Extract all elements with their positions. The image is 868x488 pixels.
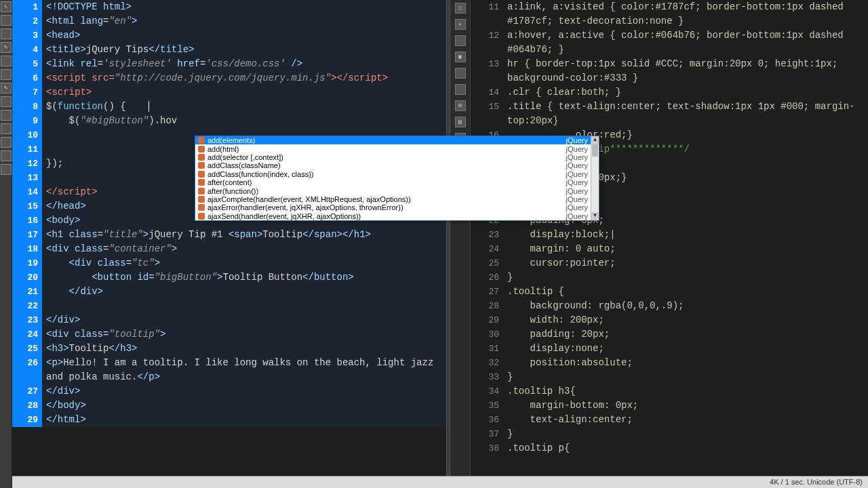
line-text[interactable]: margin: 0 auto; bbox=[503, 242, 868, 256]
line-text[interactable]: padding: 20px; bbox=[503, 327, 868, 342]
code-line[interactable]: 9 $("#bigButton").hov bbox=[12, 114, 446, 128]
code-line[interactable]: 21 </div> bbox=[12, 285, 446, 299]
line-text[interactable]: } bbox=[503, 370, 868, 384]
autocomplete-item[interactable]: add(html)jQuery bbox=[195, 144, 599, 152]
line-text[interactable]: <html lang="en"> bbox=[42, 14, 446, 28]
code-line[interactable]: 19 <div class="tc"> bbox=[12, 256, 446, 270]
line-text[interactable]: </div> bbox=[42, 285, 446, 299]
code-line[interactable]: 8$(function() { bbox=[12, 100, 446, 114]
line-text[interactable]: </body> bbox=[42, 399, 446, 413]
line-text[interactable]: hr { border-top:1px solid #CCC; margin:2… bbox=[503, 57, 868, 85]
code-line[interactable]: 18<div class="container"> bbox=[12, 242, 446, 256]
autocomplete-item[interactable]: ajaxSend(handler(event, jqXHR, ajaxOptio… bbox=[195, 212, 599, 220]
code-line[interactable]: 34.tooltip h3{ bbox=[471, 384, 868, 399]
line-text[interactable]: a:hover, a:active { color:#064b76; borde… bbox=[503, 28, 868, 57]
code-line[interactable]: 29</html> bbox=[12, 413, 446, 427]
right-code-area[interactable]: 11a:link, a:visited { color:#1787cf; bor… bbox=[471, 0, 868, 488]
tool-button[interactable]: ▣ bbox=[455, 52, 466, 62]
line-text[interactable]: } bbox=[503, 270, 868, 285]
autocomplete-item[interactable]: ajaxError(handler(event, jqXHR, ajaxOpti… bbox=[195, 203, 599, 211]
autocomplete-item[interactable]: after(function())jQuery bbox=[195, 186, 599, 195]
line-text[interactable]: .tooltip { bbox=[503, 285, 868, 299]
tool-button[interactable] bbox=[1, 164, 12, 175]
line-text[interactable]: </html> bbox=[42, 413, 446, 427]
autocomplete-item[interactable]: addClass(function(index, class))jQuery bbox=[195, 170, 599, 178]
right-editor-pane[interactable]: 11a:link, a:visited { color:#1787cf; bor… bbox=[471, 0, 868, 488]
line-text[interactable]: margin-bottom: 0px; bbox=[503, 399, 868, 413]
tool-button[interactable] bbox=[1, 96, 12, 107]
tool-button[interactable]: × bbox=[455, 19, 466, 30]
autocomplete-item[interactable]: add(selector [,context])jQuery bbox=[195, 153, 599, 161]
tool-button[interactable] bbox=[1, 15, 12, 26]
line-text[interactable]: <p>Hello! I am a tooltip. I like long wa… bbox=[42, 356, 446, 384]
line-text[interactable]: a:link, a:visited { color:#1787cf; borde… bbox=[503, 0, 868, 28]
tool-button[interactable] bbox=[1, 69, 12, 80]
tool-button[interactable]: ⊞ bbox=[455, 100, 466, 111]
code-line[interactable]: 7<script> bbox=[12, 85, 446, 100]
line-text[interactable]: $("#bigButton").hov bbox=[42, 114, 446, 128]
tool-button[interactable] bbox=[455, 35, 466, 46]
left-editor-pane[interactable]: 1<!DOCTYPE html>2<html lang="en">3<head>… bbox=[12, 0, 446, 488]
code-line[interactable]: 30 padding: 20px; bbox=[471, 327, 868, 342]
code-line[interactable]: 12a:hover, a:active { color:#064b76; bor… bbox=[471, 28, 868, 57]
line-text[interactable]: } bbox=[503, 427, 868, 441]
code-line[interactable]: 28</body> bbox=[12, 399, 446, 413]
code-line[interactable]: 14.clr { clear:both; } bbox=[471, 85, 868, 100]
scroll-thumb[interactable] bbox=[592, 144, 598, 157]
code-line[interactable]: 35 margin-bottom: 0px; bbox=[471, 399, 868, 413]
scroll-down-arrow[interactable]: ▼ bbox=[591, 212, 599, 220]
tool-button[interactable]: ↖ bbox=[1, 1, 12, 12]
code-line[interactable]: 31 display:none; bbox=[471, 342, 868, 356]
line-text[interactable]: <div class="tooltip"> bbox=[42, 327, 446, 342]
scroll-up-arrow[interactable]: ▲ bbox=[591, 136, 599, 144]
code-line[interactable]: 27</div> bbox=[12, 384, 446, 399]
code-line[interactable]: 32 position:absolute; bbox=[471, 356, 868, 370]
tool-button[interactable] bbox=[455, 68, 466, 79]
code-line[interactable]: 2<html lang="en"> bbox=[12, 14, 446, 28]
line-text[interactable]: <div class="container"> bbox=[42, 242, 446, 256]
tool-button[interactable]: ▤ bbox=[455, 117, 466, 127]
code-line[interactable]: 25 cursor:pointer; bbox=[471, 256, 868, 270]
line-text[interactable]: .title { text-align:center; text-shadow:… bbox=[503, 100, 868, 128]
line-text[interactable]: <div class="tc"> bbox=[42, 256, 446, 270]
line-text[interactable]: </div> bbox=[42, 313, 446, 327]
code-line[interactable]: 5<link rel='stylesheet' href='css/demo.c… bbox=[12, 57, 446, 71]
line-text[interactable]: width: 200px; bbox=[503, 313, 868, 327]
line-text[interactable]: text-align:center; bbox=[503, 413, 868, 427]
code-line[interactable]: 15.title { text-align:center; text-shado… bbox=[471, 100, 868, 128]
line-text[interactable]: <script src="http://code.jquery.com/jque… bbox=[42, 71, 446, 85]
autocomplete-item[interactable]: after(content)jQuery bbox=[195, 178, 599, 186]
code-line[interactable]: 26<p>Hello! I am a tooltip. I like long … bbox=[12, 356, 446, 384]
tool-button[interactable]: ✎ bbox=[1, 83, 12, 94]
tool-button[interactable] bbox=[1, 56, 12, 66]
tool-button[interactable]: ▢ bbox=[455, 3, 466, 14]
line-text[interactable]: <title>jQuery Tips</title> bbox=[42, 43, 446, 57]
line-text[interactable]: cursor:pointer; bbox=[503, 256, 868, 270]
code-line[interactable]: 4<title>jQuery Tips</title> bbox=[12, 43, 446, 57]
code-line[interactable]: 11a:link, a:visited { color:#1787cf; bor… bbox=[471, 0, 868, 28]
code-line[interactable]: 20 <button id="bigButton">Tooltip Button… bbox=[12, 270, 446, 285]
code-line[interactable]: 25<h3>Tooltip</h3> bbox=[12, 342, 446, 356]
line-text[interactable]: display:block;| bbox=[503, 228, 868, 242]
line-text[interactable]: display:none; bbox=[503, 342, 868, 356]
code-line[interactable]: 38.tooltip p{ bbox=[471, 441, 868, 455]
autocomplete-item[interactable]: addClass(className)jQuery bbox=[195, 161, 599, 169]
line-text[interactable]: .tooltip h3{ bbox=[503, 384, 868, 399]
code-line[interactable]: 3<head> bbox=[12, 28, 446, 43]
code-line[interactable]: 23 display:block;| bbox=[471, 228, 868, 242]
tool-button[interactable]: ✎ bbox=[1, 42, 12, 53]
code-line[interactable]: 22 bbox=[12, 299, 446, 313]
line-text[interactable]: $(function() { bbox=[42, 100, 446, 114]
autocomplete-item[interactable]: add(elements)jQuery bbox=[195, 136, 599, 144]
tool-button[interactable] bbox=[1, 150, 12, 161]
line-text[interactable]: <button id="bigButton">Tooltip Button</b… bbox=[42, 270, 446, 285]
line-text[interactable]: <link rel='stylesheet' href='css/demo.cs… bbox=[42, 57, 446, 71]
line-text[interactable]: </div> bbox=[42, 384, 446, 399]
code-line[interactable]: 37} bbox=[471, 427, 868, 441]
line-text[interactable]: <h1 class="title">jQuery Tip #1 <span>To… bbox=[42, 228, 446, 242]
code-line[interactable]: 36 text-align:center; bbox=[471, 413, 868, 427]
tool-button[interactable] bbox=[1, 137, 12, 148]
line-text[interactable]: position:absolute; bbox=[503, 356, 868, 370]
code-line[interactable]: 1<!DOCTYPE html> bbox=[12, 0, 446, 14]
code-line[interactable]: 23</div> bbox=[12, 313, 446, 327]
